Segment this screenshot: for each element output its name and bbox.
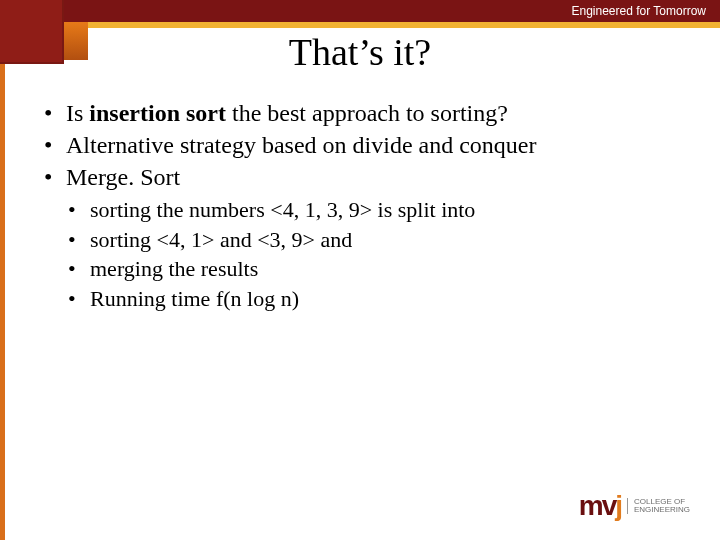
logo-subtext-line2: ENGINEERING <box>634 506 690 514</box>
top-brand-bar: Engineered for Tomorrow <box>0 0 720 22</box>
sub-bullet-3: merging the results <box>86 255 690 283</box>
logo-subtext: COLLEGE OF ENGINEERING <box>627 498 690 514</box>
bullet-list: Is insertion sort the best approach to s… <box>38 98 690 192</box>
bullet-3: Merge. Sort <box>62 162 690 192</box>
left-accent-bar <box>0 64 5 540</box>
logo-letter-v: v <box>602 490 616 521</box>
logo-mark: mvj <box>579 490 621 522</box>
bullet-1-bold: insertion sort <box>89 100 226 126</box>
sub-bullet-1: sorting the numbers <4, 1, 3, 9> is spli… <box>86 196 690 224</box>
bullet-1-pre: Is <box>66 100 89 126</box>
slide-title: That’s it? <box>0 30 720 74</box>
bullet-2: Alternative strategy based on divide and… <box>62 130 690 160</box>
slide: Engineered for Tomorrow That’s it? Is in… <box>0 0 720 540</box>
bullet-1-post: the best approach to sorting? <box>226 100 508 126</box>
sub-bullet-4: Running time f(n log n) <box>86 285 690 313</box>
logo-letter-m: m <box>579 490 602 521</box>
sub-bullet-list: sorting the numbers <4, 1, 3, 9> is spli… <box>38 196 690 312</box>
logo-letter-j: j <box>615 490 621 521</box>
ornament-stripe-yellow <box>88 22 720 28</box>
sub-bullet-2: sorting <4, 1> and <3, 9> and <box>86 226 690 254</box>
slide-body: Is insertion sort the best approach to s… <box>38 98 690 314</box>
footer-logo: mvj COLLEGE OF ENGINEERING <box>579 490 690 522</box>
brand-tagline: Engineered for Tomorrow <box>571 0 706 22</box>
bullet-1: Is insertion sort the best approach to s… <box>62 98 690 128</box>
